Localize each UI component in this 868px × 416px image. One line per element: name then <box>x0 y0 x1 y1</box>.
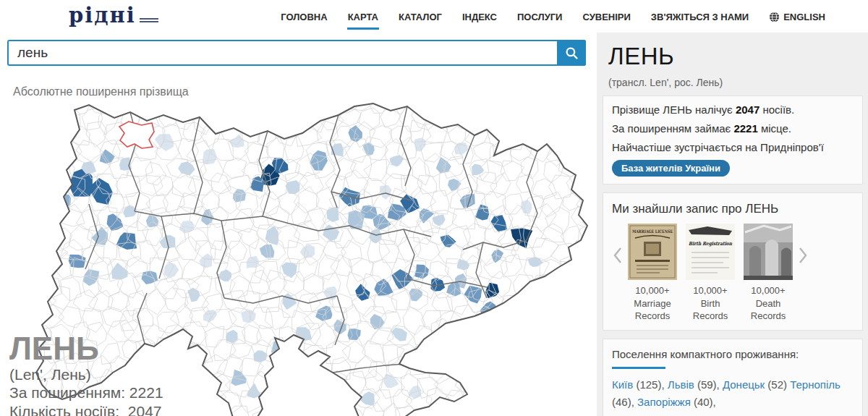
record-item-marriage[interactable]: MARRIAGE LICENSE 10,000+ Marriage Record… <box>626 224 679 323</box>
nav-item-indeks[interactable]: ІНДЕКС <box>461 1 498 30</box>
settlements-links: Київ (125), Львів (59), Донецьк (52) Тер… <box>612 376 854 412</box>
city-link-lviv[interactable]: Львів <box>668 378 694 391</box>
header: рідні ГОЛОВНА КАРТА КАТАЛОГ ІНДЕКС ПОСЛУ… <box>0 0 868 30</box>
records-carousel: MARRIAGE LICENSE 10,000+ Marriage Record… <box>612 224 854 323</box>
nav-item-contact[interactable]: ЗВ'ЯЖІТЬСЯ З НАМИ <box>650 1 749 30</box>
record-item-birth[interactable]: Birth Registration 10,000+ Birth Records <box>684 224 737 323</box>
city-link-ternopil[interactable]: Тернопіль <box>790 378 841 391</box>
settlements-card: Поселення компактного проживання: Київ (… <box>603 339 863 416</box>
nav-item-kataloh[interactable]: КАТАЛОГ <box>398 1 443 30</box>
residents-db-button[interactable]: База жителів України <box>612 160 730 177</box>
stat-line-rank: За поширенням займає 2221 місце. <box>612 122 854 135</box>
stats-card: Прізвище ЛЕНЬ налічує 2047 носіїв. За по… <box>603 95 863 184</box>
site-logo[interactable]: рідні <box>69 5 158 26</box>
surname-subtitle: (трансл. Len', рос. Лень) <box>608 77 863 88</box>
nav-item-english[interactable]: ENGLISH <box>768 1 826 30</box>
city-link-zaporizhzhia[interactable]: Запоріжжя <box>637 396 691 408</box>
records-card: Ми знайшли запис про ЛЕНЬ MARRIAGE LICEN… <box>603 192 863 331</box>
carousel-left-arrow[interactable] <box>612 245 624 266</box>
stat-line-region: Найчастіше зустрічається на Придніпров'ї <box>612 141 854 153</box>
birth-record-thumbnail: Birth Registration <box>686 224 735 280</box>
search-button[interactable] <box>557 40 586 66</box>
death-record-thumbnail <box>744 224 793 280</box>
logo-tagline-marks <box>140 18 158 22</box>
main-nav: ГОЛОВНА КАРТА КАТАЛОГ ІНДЕКС ПОСЛУГИ СУВ… <box>280 1 826 30</box>
record-caption: 10,000+ Death Records <box>741 284 795 323</box>
map-panel: Абсолютне поширення прізвища <box>0 30 595 416</box>
logo-text: рідні <box>69 5 136 26</box>
svg-text:MARRIAGE LICENSE: MARRIAGE LICENSE <box>632 229 673 234</box>
blue-divider <box>612 367 665 369</box>
carousel-right-arrow[interactable] <box>797 245 809 266</box>
highlighted-district-outline[interactable] <box>119 122 154 148</box>
marriage-record-thumbnail: MARRIAGE LICENSE <box>628 224 677 280</box>
record-caption: 10,000+ Marriage Records <box>626 284 679 323</box>
svg-text:Birth Registration: Birth Registration <box>689 240 733 247</box>
record-caption: 10,000+ Birth Records <box>684 284 737 323</box>
city-link-donetsk[interactable]: Донецьк <box>723 378 765 391</box>
search-bar <box>7 40 586 66</box>
nav-item-posluhy[interactable]: ПОСЛУГИ <box>516 1 563 30</box>
nav-item-suveniry[interactable]: СУВЕНІРИ <box>582 1 631 30</box>
records-heading: Ми знайшли запис про ЛЕНЬ <box>612 202 854 216</box>
ukraine-map[interactable] <box>20 99 590 416</box>
map-title: Абсолютне поширення прізвища <box>13 85 189 98</box>
surname-title: ЛЕНЬ <box>608 43 863 70</box>
search-input[interactable] <box>7 40 586 66</box>
settlements-heading: Поселення компактного проживання: <box>612 348 854 360</box>
nav-item-holovna[interactable]: ГОЛОВНА <box>280 1 328 30</box>
globe-icon <box>769 12 780 22</box>
page-content: Абсолютне поширення прізвища <box>0 30 868 416</box>
nav-item-karta[interactable]: КАРТА <box>347 1 379 30</box>
sidebar: ЛЕНЬ (трансл. Len', рос. Лень) Прізвище … <box>597 33 868 416</box>
stat-line-count: Прізвище ЛЕНЬ налічує 2047 носіїв. <box>612 103 854 116</box>
search-icon <box>565 46 579 60</box>
city-link-kyiv[interactable]: Київ <box>612 378 633 391</box>
record-item-death[interactable]: 10,000+ Death Records <box>741 224 795 323</box>
